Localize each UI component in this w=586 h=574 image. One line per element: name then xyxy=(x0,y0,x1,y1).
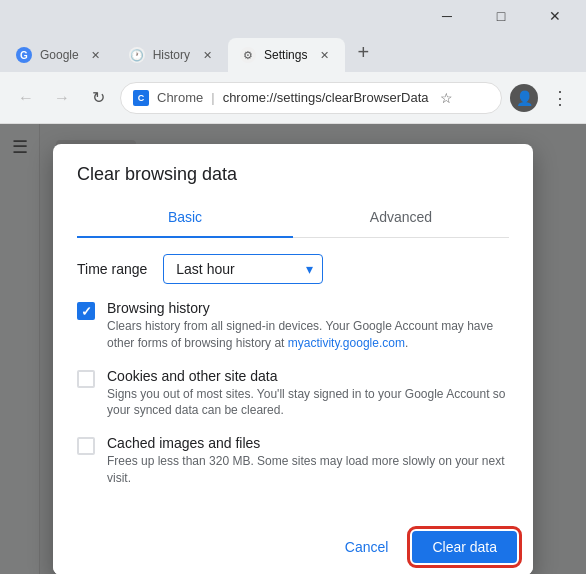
browsing-history-title: Browsing history xyxy=(107,300,509,316)
browsing-history-checkbox-wrapper xyxy=(77,302,95,320)
new-tab-button[interactable]: + xyxy=(349,38,377,66)
url-brand: Chrome xyxy=(157,90,203,105)
history-favicon: 🕐 xyxy=(129,47,145,63)
tab-google[interactable]: G Google ✕ xyxy=(4,38,117,72)
tab-settings[interactable]: ⚙ Settings ✕ xyxy=(228,38,345,72)
option-browsing-history: Browsing history Clears history from all… xyxy=(77,300,509,352)
cached-desc: Frees up less than 320 MB. Some sites ma… xyxy=(107,453,509,487)
tab-google-label: Google xyxy=(40,48,79,62)
dialog-tabs: Basic Advanced xyxy=(77,197,509,238)
profile-button[interactable]: 👤 xyxy=(510,84,538,112)
tab-bar: G Google ✕ 🕐 History ✕ ⚙ Settings ✕ + xyxy=(0,32,586,72)
tab-history-close[interactable]: ✕ xyxy=(198,46,216,64)
dialog-footer: Cancel Clear data xyxy=(53,519,533,574)
cancel-button[interactable]: Cancel xyxy=(329,531,405,563)
url-path: chrome://settings/clearBrowserData xyxy=(223,90,429,105)
chrome-menu-button[interactable]: ⋮ xyxy=(546,84,574,112)
cookies-checkbox-wrapper xyxy=(77,370,95,388)
tab-settings-close[interactable]: ✕ xyxy=(315,46,333,64)
time-range-row: Time range Last hour Last 24 hours Last … xyxy=(77,254,509,284)
option-cookies: Cookies and other site data Signs you ou… xyxy=(77,368,509,420)
time-range-select[interactable]: Last hour Last 24 hours Last 7 days Last… xyxy=(163,254,323,284)
forward-button[interactable]: → xyxy=(48,84,76,112)
address-bar: ← → ↻ C Chrome | chrome://settings/clear… xyxy=(0,72,586,124)
cached-title: Cached images and files xyxy=(107,435,509,451)
myactivity-link[interactable]: myactivity.google.com xyxy=(288,336,405,350)
dialog-header: Clear browsing data Basic Advanced xyxy=(53,144,533,238)
modal-overlay: Clear browsing data Basic Advanced Time … xyxy=(0,124,586,574)
clear-data-button[interactable]: Clear data xyxy=(412,531,517,563)
tab-history-label: History xyxy=(153,48,190,62)
option-cached: Cached images and files Frees up less th… xyxy=(77,435,509,487)
dialog-title: Clear browsing data xyxy=(77,164,509,185)
clear-browsing-dialog: Clear browsing data Basic Advanced Time … xyxy=(53,144,533,574)
minimize-button[interactable]: ─ xyxy=(424,0,470,32)
page-content: ☰ Clear browsing data Basic Advanced Tim… xyxy=(0,124,586,574)
browsing-history-desc: Clears history from all signed-in device… xyxy=(107,318,509,352)
browsing-history-text: Browsing history Clears history from all… xyxy=(107,300,509,352)
time-range-select-wrapper: Last hour Last 24 hours Last 7 days Last… xyxy=(163,254,323,284)
cookies-text: Cookies and other site data Signs you ou… xyxy=(107,368,509,420)
cached-text: Cached images and files Frees up less th… xyxy=(107,435,509,487)
refresh-button[interactable]: ↻ xyxy=(84,84,112,112)
cached-checkbox-wrapper xyxy=(77,437,95,455)
tab-google-close[interactable]: ✕ xyxy=(87,46,105,64)
url-separator: | xyxy=(211,90,214,105)
tab-basic[interactable]: Basic xyxy=(77,197,293,237)
cookies-desc: Signs you out of most sites. You'll stay… xyxy=(107,386,509,420)
bookmark-icon[interactable]: ☆ xyxy=(437,88,457,108)
settings-favicon: ⚙ xyxy=(240,47,256,63)
cookies-title: Cookies and other site data xyxy=(107,368,509,384)
tab-settings-label: Settings xyxy=(264,48,307,62)
cached-checkbox[interactable] xyxy=(77,437,95,455)
browsing-history-checkbox[interactable] xyxy=(77,302,95,320)
back-button[interactable]: ← xyxy=(12,84,40,112)
tab-advanced[interactable]: Advanced xyxy=(293,197,509,237)
close-button[interactable]: ✕ xyxy=(532,0,578,32)
tab-history[interactable]: 🕐 History ✕ xyxy=(117,38,228,72)
maximize-button[interactable]: □ xyxy=(478,0,524,32)
title-bar: ─ □ ✕ xyxy=(0,0,586,32)
google-favicon: G xyxy=(16,47,32,63)
dialog-body: Time range Last hour Last 24 hours Last … xyxy=(53,238,533,519)
time-range-label: Time range xyxy=(77,261,147,277)
cookies-checkbox[interactable] xyxy=(77,370,95,388)
url-bar[interactable]: C Chrome | chrome://settings/clearBrowse… xyxy=(120,82,502,114)
url-favicon: C xyxy=(133,90,149,106)
